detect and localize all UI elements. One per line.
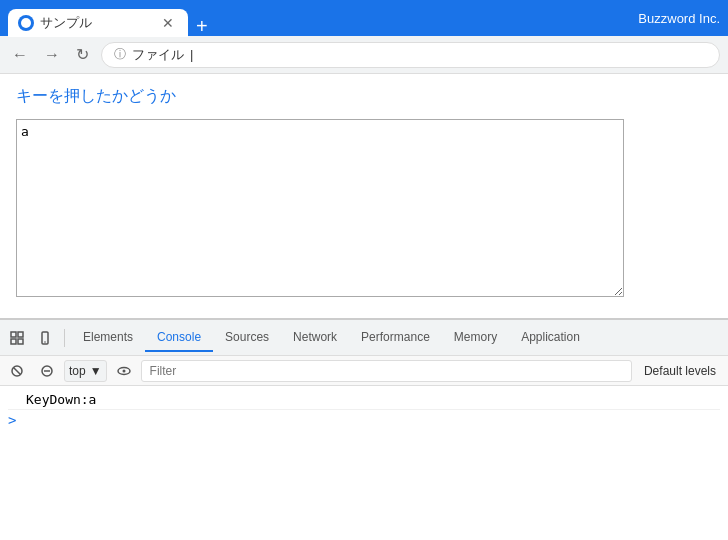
back-button[interactable]: ← (8, 42, 32, 68)
tab-network[interactable]: Network (281, 324, 349, 352)
devtools-toolbar: Elements Console Sources Network Perform… (0, 320, 728, 356)
forward-button[interactable]: → (40, 42, 64, 68)
svg-rect-4 (18, 339, 23, 344)
mobile-tool-button[interactable] (32, 325, 58, 351)
console-log-item: KeyDown:a (8, 390, 720, 410)
svg-rect-2 (18, 332, 23, 337)
buzzword-label: Buzzword Inc. (638, 11, 720, 26)
tab-favicon (18, 15, 34, 31)
address-bar: ← → ↻ ⓘ ファイル | (0, 36, 728, 74)
console-prompt[interactable]: > (8, 410, 720, 430)
stop-button[interactable] (34, 358, 60, 384)
stop-icon (40, 364, 54, 378)
page-title: キーを押したかどうか (16, 86, 712, 107)
console-log-text: KeyDown:a (26, 392, 96, 407)
active-tab[interactable]: サンプル ✕ (8, 9, 188, 37)
tab-title: サンプル (40, 14, 92, 32)
tab-console[interactable]: Console (145, 324, 213, 352)
filter-input[interactable] (141, 360, 632, 382)
svg-rect-3 (11, 339, 16, 344)
svg-point-0 (21, 18, 31, 28)
default-levels-label: Default levels (636, 364, 724, 378)
tab-application[interactable]: Application (509, 324, 592, 352)
eye-button[interactable] (111, 358, 137, 384)
eye-icon (117, 364, 131, 378)
forward-icon: → (44, 46, 60, 63)
page-textarea[interactable]: a (16, 119, 624, 297)
address-text: ファイル (132, 46, 184, 64)
refresh-button[interactable]: ↻ (72, 41, 93, 68)
address-cursor: | (190, 47, 193, 62)
svg-point-6 (44, 341, 46, 343)
toolbar-separator (64, 329, 65, 347)
clear-console-button[interactable] (4, 358, 30, 384)
cursor-tool-icon (10, 331, 24, 345)
tab-sources[interactable]: Sources (213, 324, 281, 352)
clear-icon (10, 364, 24, 378)
page-content: キーを押したかどうか a (0, 74, 728, 318)
lock-icon: ⓘ (114, 46, 126, 63)
cursor-tool-button[interactable] (4, 325, 30, 351)
back-icon: ← (12, 46, 28, 63)
devtools-console: KeyDown:a > (0, 386, 728, 480)
svg-rect-1 (11, 332, 16, 337)
new-tab-button[interactable]: + (188, 16, 216, 36)
tab-memory[interactable]: Memory (442, 324, 509, 352)
tab-performance[interactable]: Performance (349, 324, 442, 352)
dropdown-icon: ▼ (90, 364, 102, 378)
refresh-icon: ↻ (76, 46, 89, 63)
devtools-filter-bar: top ▼ Default levels (0, 356, 728, 386)
mobile-tool-icon (38, 331, 52, 345)
tab-bar: サンプル ✕ + (8, 0, 638, 36)
context-value: top (69, 364, 86, 378)
browser-titlebar: サンプル ✕ + Buzzword Inc. (0, 0, 728, 36)
address-input-wrapper[interactable]: ⓘ ファイル | (101, 42, 720, 68)
svg-line-8 (14, 367, 21, 374)
tab-close-button[interactable]: ✕ (158, 13, 178, 33)
prompt-icon: > (8, 412, 16, 428)
context-selector[interactable]: top ▼ (64, 360, 107, 382)
devtools-tabs: Elements Console Sources Network Perform… (71, 324, 724, 352)
svg-point-12 (122, 369, 125, 372)
tab-elements[interactable]: Elements (71, 324, 145, 352)
devtools-panel: Elements Console Sources Network Perform… (0, 318, 728, 480)
